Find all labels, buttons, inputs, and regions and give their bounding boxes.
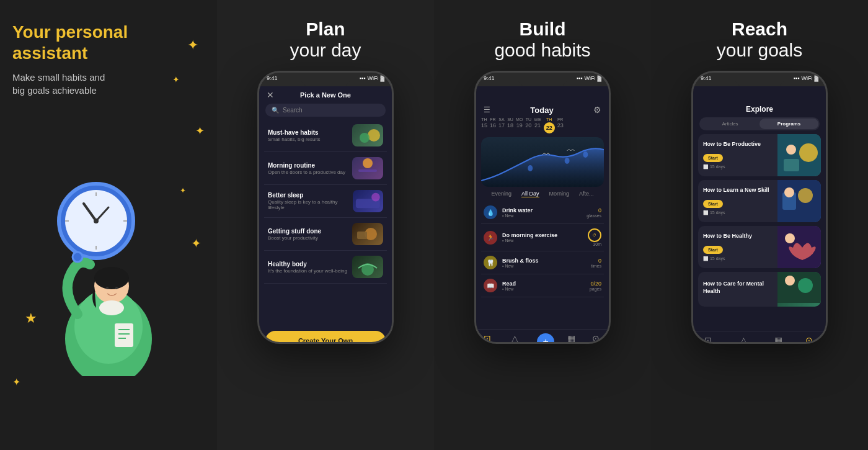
date-item[interactable]: FR 23 <box>557 117 564 133</box>
nav-today[interactable]: ⊡ Today <box>482 333 494 344</box>
plan-light: your day <box>290 40 361 60</box>
svg-point-36 <box>786 145 796 155</box>
table-row[interactable]: 📖 Read • New 0/20 pages <box>481 274 604 297</box>
list-item[interactable]: Better sleep Quality sleep is key to a h… <box>264 185 387 218</box>
settings-icon[interactable]: ⚙ <box>593 105 601 115</box>
svg-point-45 <box>785 276 795 286</box>
svg-point-26 <box>372 193 381 202</box>
table-row[interactable]: 🦷 Brush & floss • New 0 times <box>481 251 604 274</box>
tab-articles[interactable]: Articles <box>701 119 760 129</box>
start-button[interactable]: Start <box>703 200 723 208</box>
list-item[interactable]: Healthy body It's the foundation of your… <box>264 251 387 284</box>
date-item-active[interactable]: TH 22 <box>544 117 555 133</box>
nav-habits[interactable]: ▦ Habits <box>565 333 578 344</box>
card-title: How to Be Healthy <box>703 233 773 240</box>
headline-text: Your personal assistant <box>12 22 205 63</box>
start-button[interactable]: Start <box>703 154 723 162</box>
svg-rect-17 <box>115 323 133 347</box>
svg-rect-24 <box>358 169 377 172</box>
filter-after[interactable]: Afte... <box>579 191 594 197</box>
signal-icon: ▪▪▪ <box>577 75 583 81</box>
stats-icon: ▦ <box>774 335 782 344</box>
list-item[interactable]: Morning routine Open the doors to a prod… <box>264 152 387 185</box>
date-strip: TH 15 FR 16 SA 17 SU 18 MO 19 <box>476 117 609 137</box>
svg-rect-35 <box>784 159 799 171</box>
nav-stats[interactable]: ▦ Stats <box>773 335 783 344</box>
habit-count: 0 <box>598 258 601 264</box>
list-item[interactable]: Getting stuff done Boost your productivi… <box>264 218 387 251</box>
nav-explore[interactable]: ⊙ Explore <box>588 333 603 344</box>
menu-icon[interactable]: ☰ <box>484 106 490 114</box>
nav-challenges[interactable]: △ Challenges <box>733 335 755 344</box>
habit-row-name: Brush & floss <box>502 258 586 264</box>
filter-allday[interactable]: All Day <box>521 191 539 197</box>
explore-icon: ⊙ <box>592 333 600 343</box>
wifi-icon: WiFi <box>801 75 812 81</box>
search-placeholder: Search <box>283 107 303 114</box>
nav-today[interactable]: ⊡ Today <box>702 335 714 344</box>
habit-name: Healthy body <box>268 261 347 268</box>
list-item[interactable]: How to Care for Mental Health <box>698 272 821 307</box>
status-bar: 9:41 ▪▪▪ WiFi ▓ <box>259 73 392 81</box>
battery-icon: ▓ <box>380 75 384 81</box>
date-item[interactable]: SU 18 <box>507 117 513 133</box>
filter-evening[interactable]: Evening <box>491 191 512 197</box>
timer-icon: ⏱ <box>593 233 596 237</box>
topbar-title: Pick a New One <box>300 91 351 99</box>
list-item[interactable]: How to Be Productive Start ⬜ 15 days <box>698 134 821 176</box>
card-days: ⬜ 15 days <box>703 210 773 215</box>
close-icon[interactable]: ✕ <box>267 90 274 100</box>
habit-name: Must-have habits <box>268 129 320 136</box>
nav-challenges[interactable]: △ Challenges <box>504 333 526 344</box>
screen-title: Explore <box>746 105 773 114</box>
habit-row-name: Read <box>502 281 585 287</box>
start-button[interactable]: Start <box>703 246 723 254</box>
add-button[interactable]: + <box>537 333 554 344</box>
activity-chart <box>481 137 604 187</box>
date-item[interactable]: SA 17 <box>498 117 505 133</box>
panel3-title: Build good habits <box>494 19 590 61</box>
hero-illustration <box>22 165 195 376</box>
panel2-header: Plan your day <box>290 19 361 61</box>
date-item[interactable]: WE 21 <box>534 117 541 133</box>
tab-programs[interactable]: Programs <box>760 119 818 129</box>
svg-point-40 <box>784 187 794 197</box>
wifi-icon: WiFi <box>584 75 595 81</box>
create-own-button[interactable]: Create Your Own <box>265 331 386 344</box>
topbar: Explore <box>693 100 826 117</box>
status-bar: 9:41 ▪▪▪ WiFi ▓ <box>476 73 609 81</box>
svg-point-21 <box>368 129 380 142</box>
nav-explore[interactable]: ⊙ Explore <box>802 335 817 344</box>
nav-fab[interactable]: + <box>537 333 554 344</box>
habit-icon: 📖 <box>484 279 497 292</box>
habit-icon: 🦷 <box>484 256 497 269</box>
habit-name: Getting stuff done <box>268 228 321 235</box>
habit-desc: Open the doors to a productive day <box>268 169 345 175</box>
date-item[interactable]: FR 16 <box>490 117 496 133</box>
list-item[interactable]: How to Learn a New Skill Start ⬜ 15 days <box>698 180 821 222</box>
habit-count: 0/20 <box>590 281 601 287</box>
time-filter: Evening All Day Morning Afte... <box>476 187 609 201</box>
panel-personal-assistant: ✦ ✦ ✦ ✦ ✦ ✦ ★ Your personal assistant Ma… <box>0 0 217 450</box>
phone-goals: 9:41 ▪▪▪ WiFi ▓ Explore Articles Program… <box>691 71 828 344</box>
search-bar[interactable]: 🔍 Search <box>265 104 386 117</box>
table-row[interactable]: 🏃 Do morning exercise • New ⏱ 30m <box>481 224 604 251</box>
list-item[interactable]: Must-have habits Small habits, big resul… <box>264 119 387 152</box>
topbar: ☰ Today ⚙ <box>476 100 609 117</box>
status-icons: ▪▪▪ WiFi ▓ <box>577 75 601 81</box>
phone-plan: 9:41 ▪▪▪ WiFi ▓ ✕ Pick a New One 🔍 Searc… <box>257 71 394 344</box>
date-item[interactable]: MO 19 <box>516 117 523 133</box>
filter-morning[interactable]: Morning <box>549 191 570 197</box>
list-item[interactable]: How to Be Healthy Start ⬜ 15 days <box>698 226 821 268</box>
explore-icon: ⊙ <box>805 335 813 344</box>
panel4-title: Reach your goals <box>717 19 802 61</box>
plan-bold: Plan <box>306 19 345 39</box>
habit-count: 0 <box>598 207 601 214</box>
date-item[interactable]: TU 20 <box>525 117 531 133</box>
svg-point-12 <box>94 267 129 289</box>
stats-icon: ▦ <box>567 333 575 343</box>
build-light: good habits <box>494 40 590 60</box>
svg-point-34 <box>799 143 818 162</box>
table-row[interactable]: 💧 Drink water • New 0 glasses <box>481 201 604 224</box>
date-item[interactable]: TH 15 <box>481 117 487 133</box>
